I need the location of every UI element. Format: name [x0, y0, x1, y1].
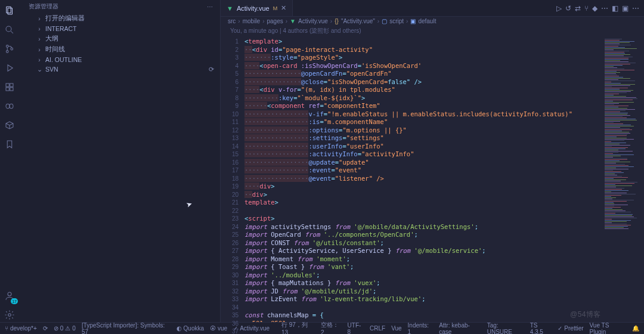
- tab-close-icon[interactable]: ✕: [281, 4, 286, 12]
- status-ts[interactable]: TS 4.3.5: [530, 322, 552, 335]
- status-encoding[interactable]: UTF-8: [348, 322, 364, 335]
- svg-point-4: [6, 45, 8, 48]
- status-tsplugin[interactable]: Vue TS Plugin: [590, 322, 626, 335]
- activity-bar: 17: [0, 0, 19, 322]
- status-file[interactable]: ✓ Activity.vue: [233, 325, 270, 332]
- svg-point-2: [6, 26, 11, 32]
- status-indents[interactable]: Indents: 1: [408, 322, 434, 335]
- svg-point-12: [6, 104, 10, 109]
- overflow-icon[interactable]: ⋯: [632, 4, 639, 13]
- account-icon[interactable]: 17: [2, 289, 17, 303]
- status-spaces[interactable]: 空格：2: [321, 321, 341, 334]
- tab-activity[interactable]: ▼ Activity.vue M ✕: [221, 0, 293, 16]
- svg-rect-8: [6, 84, 9, 86]
- account-badge: 17: [11, 298, 18, 304]
- code[interactable]: <template>··<div id="page-interact-activ…: [244, 36, 602, 322]
- tab-actions: ▷ ↺ ⇄ ⑂ ◆ ⋯ ◧ ▣ ⋯: [556, 4, 644, 13]
- split-icon[interactable]: ◧: [612, 4, 618, 13]
- gutter: 1234567891011121314151617181920212223242…: [221, 36, 244, 322]
- braces-icon: {}: [335, 18, 339, 24]
- svg-point-5: [6, 51, 8, 53]
- module-icon: ▣: [410, 18, 416, 24]
- sidebar-more-icon[interactable]: ⋯: [207, 4, 213, 10]
- svg-line-3: [11, 31, 13, 33]
- sidebar: 资源管理器 ⋯ ›打开的编辑器 ›INTERACT ›大纲 ›时间线 ›AI. …: [19, 0, 221, 322]
- status-tsimport[interactable]: [TypeScript Importer]: Symbols: 57: [82, 322, 171, 335]
- cursor-icon: ➤: [185, 200, 193, 210]
- status-bell[interactable]: 🔔: [632, 325, 639, 332]
- compass-icon[interactable]: ◆: [592, 4, 597, 13]
- sidebar-section-ai-outline[interactable]: ›AI. OUTLINE: [19, 55, 220, 64]
- svg-rect-1: [8, 8, 13, 15]
- box-icon[interactable]: [2, 118, 17, 132]
- status-problems[interactable]: ⊘ 0 ⚠ 0: [54, 325, 76, 332]
- sidebar-section-interact[interactable]: ›INTERACT: [19, 24, 220, 33]
- debug-icon[interactable]: [2, 61, 17, 75]
- statusbar: ⑂ develop*+ ⟳ ⊘ 0 ⚠ 0 [TypeScript Import…: [0, 322, 644, 334]
- svg-marker-7: [8, 65, 13, 72]
- svg-point-6: [11, 48, 13, 50]
- tabbar: ▼ Activity.vue M ✕ ▷ ↺ ⇄ ⑂ ◆ ⋯ ◧ ▣ ⋯: [221, 0, 644, 17]
- sidebar-section-timeline[interactable]: ›时间线: [19, 44, 220, 55]
- layout-icon[interactable]: ▣: [622, 4, 628, 13]
- extensions-icon[interactable]: [2, 80, 17, 94]
- script-icon: ▢: [382, 18, 387, 24]
- sidebar-section-outline[interactable]: ›大纲: [19, 33, 220, 44]
- svg-rect-11: [10, 88, 13, 91]
- svg-point-13: [10, 104, 13, 109]
- tab-label: Activity.vue: [237, 5, 270, 12]
- vue-icon: ▼: [227, 5, 233, 12]
- explorer-icon[interactable]: [2, 4, 17, 18]
- status-quokka[interactable]: ◐ Quokka: [177, 325, 204, 332]
- branch-icon[interactable]: ⑂: [584, 4, 589, 13]
- settings-icon[interactable]: [2, 308, 17, 322]
- editor-area: ▼ Activity.vue M ✕ ▷ ↺ ⇄ ⑂ ◆ ⋯ ◧ ▣ ⋯ src…: [221, 0, 644, 322]
- breadcrumb[interactable]: src› mobile› pages› ▼ Activity.vue› {} "…: [221, 17, 644, 26]
- bookmark-icon[interactable]: [2, 137, 17, 151]
- refresh-icon[interactable]: ⟳: [209, 66, 214, 73]
- svg-rect-10: [6, 88, 9, 91]
- minimap[interactable]: [602, 36, 644, 322]
- history-icon[interactable]: ↺: [565, 4, 571, 13]
- vue-icon: ▼: [290, 18, 296, 24]
- svg-rect-9: [10, 84, 13, 86]
- status-prettier[interactable]: ✓ Prettier: [558, 325, 583, 332]
- search-icon[interactable]: [2, 23, 17, 37]
- svg-point-15: [8, 314, 11, 317]
- more-icon[interactable]: ⋯: [601, 4, 608, 13]
- status-linecol[interactable]: 行 97，列 13: [281, 321, 315, 334]
- tab-modified: M: [273, 5, 278, 11]
- source-control-icon[interactable]: [2, 42, 17, 56]
- run-icon[interactable]: ▷: [556, 4, 562, 13]
- sidebar-section-editors[interactable]: ›打开的编辑器: [19, 13, 220, 24]
- svg-rect-0: [7, 7, 11, 13]
- svg-point-14: [8, 292, 11, 296]
- status-tag[interactable]: Tag: UNSURE: [487, 322, 524, 335]
- status-branch[interactable]: ⑂ develop*+: [5, 325, 37, 332]
- sidebar-title: 资源管理器: [29, 2, 58, 11]
- author-line: You, a minute ago | 4 authors (梁照彰 and o…: [221, 26, 644, 36]
- status-sync[interactable]: ⟳: [43, 325, 48, 332]
- status-lang[interactable]: Vue: [391, 325, 401, 332]
- sidebar-section-svn[interactable]: ⌄SVN⟳: [19, 64, 220, 74]
- status-eol[interactable]: CRLF: [370, 325, 385, 332]
- diff-icon[interactable]: ⇄: [575, 4, 581, 13]
- status-attr[interactable]: Attr: kebab-case: [439, 322, 481, 335]
- copilot-icon[interactable]: [2, 99, 17, 113]
